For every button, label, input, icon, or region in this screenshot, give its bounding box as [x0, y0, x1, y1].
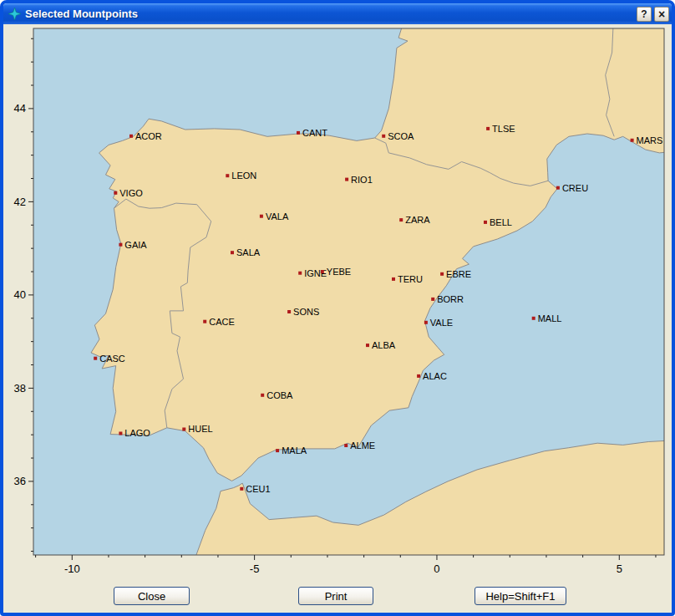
station-label: MALA [282, 445, 307, 456]
station-marker [366, 344, 369, 347]
station-label: CACE [209, 317, 235, 327]
station-marker [392, 277, 395, 281]
station-marker [129, 135, 133, 138]
station-label: TERU [398, 274, 423, 284]
x-tick-label: 5 [617, 563, 622, 575]
station-label: ALME [350, 440, 375, 451]
station-label: BELL [490, 217, 512, 227]
y-tick-label: 36 [14, 475, 26, 487]
station-label: CREU [562, 183, 588, 193]
close-button[interactable]: Close [114, 587, 190, 605]
station-label: SONS [293, 307, 319, 317]
y-tick-label: 40 [14, 288, 26, 301]
station-label: VALE [430, 318, 453, 328]
station-marker [298, 272, 302, 275]
window-title: Selected Mountpoints [25, 8, 634, 20]
station-label: LAGO [124, 428, 150, 438]
station-marker [532, 317, 535, 320]
station-marker [382, 135, 385, 138]
station-marker [431, 298, 434, 301]
station-marker [344, 444, 348, 447]
station-label: EBRE [446, 269, 471, 279]
station-label: ALAC [423, 371, 447, 381]
station-label: CANT [302, 128, 327, 138]
x-tick-label: 0 [434, 563, 439, 575]
station-marker [119, 243, 122, 247]
app-icon [8, 8, 21, 21]
help-button[interactable]: Help=Shift+F1 [475, 587, 566, 605]
station-label: ZARA [405, 215, 430, 225]
station-label: MARS [637, 135, 663, 145]
station-marker [260, 215, 263, 218]
station-marker [231, 251, 234, 254]
station-marker [297, 131, 300, 135]
station-label: COBA [266, 390, 293, 400]
titlebar[interactable]: Selected Mountpoints ? × [3, 3, 672, 24]
station-label: ALBA [372, 340, 396, 350]
station-label: SALA [236, 247, 261, 257]
station-marker [114, 191, 117, 195]
station-label: CEU1 [246, 484, 270, 494]
station-marker [556, 186, 560, 190]
station-label: BORR [437, 294, 464, 304]
x-tick-label: -10 [64, 563, 80, 575]
station-label: CASC [99, 354, 125, 364]
dialog-client-area: -10-5053638404244ACORCANTSCOATLSEMARSVIG… [3, 24, 672, 613]
station-marker [287, 310, 291, 313]
station-label: MALL [538, 313, 562, 323]
station-marker [261, 394, 264, 397]
print-button[interactable]: Print [298, 587, 373, 605]
y-tick-label: 42 [14, 196, 26, 208]
station-marker [484, 221, 487, 224]
station-marker [119, 432, 122, 435]
y-tick-label: 38 [14, 382, 26, 395]
station-marker [94, 357, 97, 360]
station-marker [240, 487, 243, 491]
map-canvas: -10-5053638404244ACORCANTSCOATLSEMARSVIG… [3, 24, 672, 583]
station-label: SCOA [388, 131, 414, 141]
station-marker [417, 374, 420, 378]
x-tick-label: -5 [250, 563, 260, 575]
station-label: VALA [266, 211, 289, 221]
y-tick-label: 44 [14, 102, 26, 115]
help-titlebar-button[interactable]: ? [637, 7, 652, 22]
station-marker [321, 270, 324, 273]
station-marker [486, 127, 490, 130]
station-marker [226, 174, 229, 177]
station-marker [203, 320, 206, 323]
station-label: RIO1 [351, 175, 373, 185]
station-label: GAIA [124, 240, 147, 250]
station-label: VIGO [119, 188, 143, 198]
station-label: LEON [231, 171, 256, 181]
station-marker [399, 218, 403, 221]
station-label: YEBE [327, 267, 351, 277]
station-marker [631, 139, 634, 142]
station-marker [182, 428, 185, 431]
station-marker [345, 178, 348, 181]
station-label: ACOR [135, 131, 162, 141]
y-axis: 3638404244 [14, 38, 33, 551]
x-axis: -10-505 [36, 555, 656, 575]
station-label: HUEL [188, 424, 212, 434]
station-marker [276, 449, 279, 452]
station-marker [440, 272, 444, 276]
close-window-button[interactable]: × [654, 7, 669, 22]
station-marker [424, 321, 428, 324]
dialog-window: Selected Mountpoints ? × -10-50536384042… [0, 0, 675, 616]
station-label: TLSE [492, 124, 515, 134]
